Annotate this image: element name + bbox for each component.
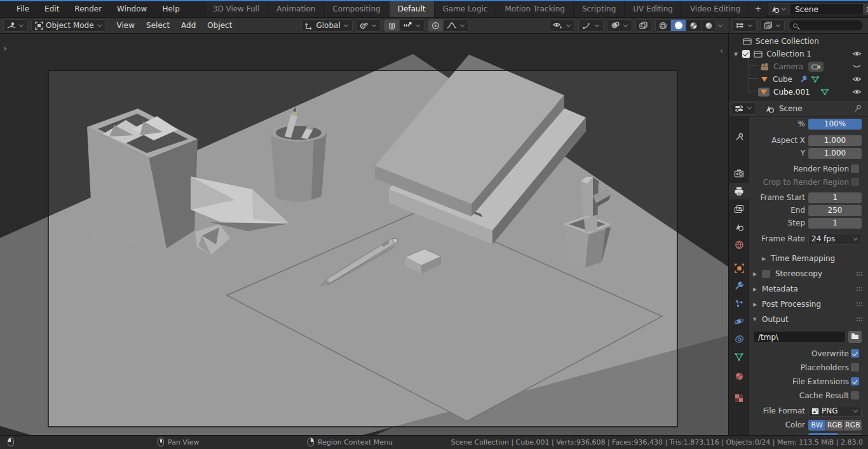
menu-edit[interactable]: Edit — [37, 1, 67, 17]
pin-icon[interactable] — [854, 104, 862, 112]
cache-result-checkbox[interactable] — [851, 391, 859, 399]
collection-checkbox[interactable] — [742, 50, 750, 58]
shading-solid-button[interactable] — [670, 19, 686, 32]
overlays-dropdown[interactable] — [607, 19, 632, 32]
menu-render[interactable]: Render — [67, 1, 109, 17]
panel-drag-dots[interactable] — [856, 271, 863, 276]
menu-file[interactable]: File — [9, 1, 37, 17]
tab-texture[interactable] — [729, 390, 749, 406]
panel-drag-dots[interactable] — [856, 302, 863, 307]
overwrite-checkbox[interactable] — [851, 349, 859, 358]
viewport-menu-select[interactable]: Select — [140, 21, 175, 30]
outliner-row-camera[interactable]: Camera — [729, 60, 868, 73]
color-rgba-button[interactable]: RGB — [844, 420, 862, 431]
shading-dropdown-chevron[interactable] — [718, 22, 722, 27]
sidebar-collapse-arrow[interactable]: ‹ — [720, 46, 723, 55]
tab-scripting[interactable]: Scripting — [574, 1, 625, 17]
frame-start-field[interactable]: 1 — [808, 192, 862, 203]
shading-rendered-button[interactable] — [701, 19, 716, 32]
hide-toggle-eye-icon[interactable] — [852, 88, 862, 95]
pivot-point-selector[interactable] — [356, 19, 381, 32]
frame-end-field[interactable]: 250 — [808, 205, 862, 216]
stereoscopy-checkbox[interactable] — [762, 270, 770, 278]
tab-default[interactable]: Default — [390, 1, 435, 17]
xray-toggle-button[interactable] — [635, 19, 651, 32]
tab-particles[interactable] — [729, 295, 749, 312]
viewport-menu-view[interactable]: View — [111, 21, 140, 30]
crop-render-region-checkbox[interactable] — [851, 178, 859, 186]
viewport-menu-object[interactable]: Object — [201, 21, 238, 30]
hide-toggle-eye-icon[interactable] — [852, 50, 862, 57]
tab-3d-view-full[interactable]: 3D View Full — [204, 1, 269, 17]
outliner-row-cube[interactable]: Cube — [729, 73, 868, 86]
frame-rate-dropdown[interactable]: 24 fps — [808, 234, 862, 245]
tab-physics[interactable] — [729, 313, 749, 330]
file-extensions-checkbox[interactable] — [851, 377, 859, 385]
editor-type-selector[interactable] — [3, 19, 28, 32]
tab-world[interactable] — [729, 236, 749, 253]
menu-window[interactable]: Window — [109, 1, 154, 17]
add-workspace-button[interactable]: + — [749, 1, 768, 17]
gizmos-dropdown[interactable] — [578, 19, 604, 32]
tab-object[interactable] — [729, 260, 749, 276]
tab-uv-editing[interactable]: UV Editing — [625, 1, 682, 17]
tab-render[interactable] — [729, 165, 749, 182]
frame-step-field[interactable]: 1 — [808, 218, 862, 229]
outliner-display-mode-dropdown[interactable] — [760, 19, 785, 32]
3d-viewport[interactable] — [0, 34, 728, 435]
tab-animation[interactable]: Animation — [268, 1, 324, 17]
viewport-canvas[interactable] — [0, 34, 728, 435]
proportional-falloff-dropdown[interactable] — [443, 19, 469, 32]
closed-eye-icon[interactable] — [852, 63, 862, 70]
panel-drag-dots[interactable] — [856, 317, 863, 322]
outliner-filter-dropdown[interactable] — [732, 19, 757, 32]
section-output[interactable]: ▼ Output — [749, 314, 868, 325]
transform-orientation-selector[interactable]: Global — [301, 19, 352, 32]
panel-drag-dots[interactable] — [856, 286, 863, 292]
tab-modifiers[interactable] — [729, 278, 749, 294]
output-path-field[interactable]: /tmp\ — [753, 331, 846, 343]
outliner-row-collection-1[interactable]: ▼ Collection 1 — [729, 48, 868, 60]
tab-view-layer[interactable] — [729, 201, 749, 217]
aspect-x-field[interactable]: 1.000 — [808, 135, 862, 146]
tab-motion-tracking[interactable]: Motion Tracking — [496, 1, 573, 17]
scene-name-field[interactable]: Scene — [789, 3, 868, 15]
tab-object-data[interactable] — [729, 349, 749, 365]
tab-video-editing[interactable]: Video Editing — [682, 1, 749, 17]
scene-copy-button[interactable] — [863, 4, 868, 15]
tab-game-logic[interactable]: Game Logic — [435, 1, 497, 17]
snap-toggle-button[interactable] — [384, 19, 399, 32]
render-region-checkbox[interactable] — [851, 164, 859, 173]
object-visibility-dropdown[interactable] — [549, 19, 575, 32]
tab-tool[interactable] — [729, 128, 749, 145]
toolbar-expand-arrow[interactable]: › — [1, 43, 9, 53]
tab-compositing[interactable]: Compositing — [324, 1, 389, 17]
shading-material-button[interactable] — [686, 19, 701, 32]
proportional-editing-button[interactable] — [428, 19, 443, 32]
snap-settings-dropdown[interactable] — [399, 19, 424, 32]
resolution-percentage-slider[interactable]: 100% — [808, 119, 862, 130]
color-rgb-button[interactable]: RGB — [826, 420, 844, 431]
mode-selector[interactable]: Object Mode — [31, 19, 106, 32]
camera-data-badge[interactable] — [808, 62, 824, 72]
tab-material[interactable] — [729, 368, 749, 384]
outliner-row-cube-001[interactable]: Cube.001 — [729, 86, 868, 98]
tab-constraints[interactable] — [729, 331, 749, 347]
placeholders-checkbox[interactable] — [851, 363, 859, 372]
open-file-browser-button[interactable] — [848, 331, 862, 343]
aspect-y-field[interactable]: 1.000 — [808, 148, 862, 159]
properties-editor-type-selector[interactable] — [731, 102, 756, 115]
expander-triangle-icon[interactable]: ▼ — [734, 51, 738, 57]
color-bw-button[interactable]: BW — [808, 420, 826, 431]
file-format-dropdown[interactable]: PNG — [808, 406, 862, 417]
outliner-search-input[interactable] — [789, 20, 864, 31]
section-metadata[interactable]: ▶ Metadata — [749, 283, 868, 295]
menu-help[interactable]: Help — [154, 1, 187, 17]
viewport-menu-add[interactable]: Add — [175, 21, 201, 30]
hide-toggle-eye-icon[interactable] — [852, 76, 862, 83]
tab-output[interactable] — [729, 183, 749, 199]
section-post-processing[interactable]: ▶ Post Processing — [749, 298, 868, 310]
section-stereoscopy[interactable]: ▶ Stereoscopy — [749, 268, 868, 279]
scene-browse-button[interactable] — [768, 3, 789, 15]
section-time-remapping[interactable]: ▶ Time Remapping — [749, 253, 868, 264]
